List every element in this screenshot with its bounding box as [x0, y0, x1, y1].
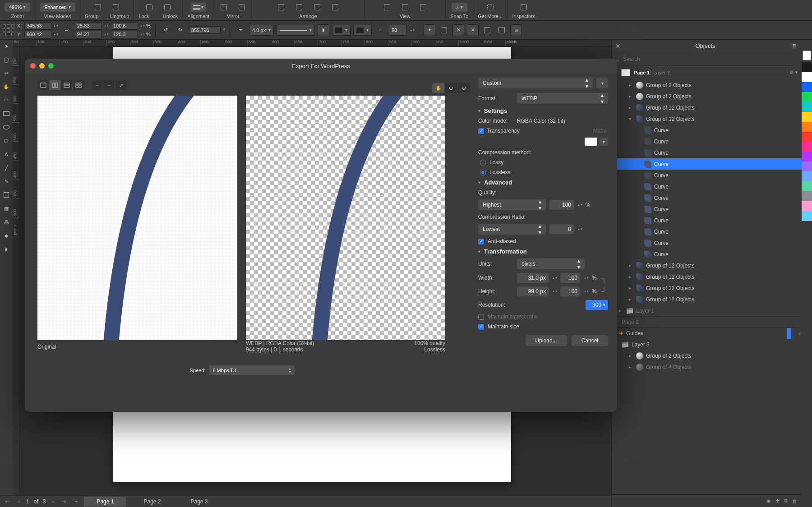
eyedropper-tool[interactable]: ⁂	[2, 217, 11, 226]
panel-gear-icon[interactable]: ⚙ ▾	[789, 69, 798, 75]
tree-row[interactable]: ▸Group of 2 Objects	[612, 350, 802, 361]
color-swatch[interactable]	[802, 122, 812, 132]
antialias-checkbox[interactable]	[478, 239, 484, 244]
stroke-color-dropdown[interactable]: ▾	[332, 25, 351, 36]
zoom-fit-button[interactable]: ⤢	[115, 80, 127, 90]
close-panel-button[interactable]: ✕	[612, 42, 624, 50]
tab-page-3[interactable]: Page 3	[178, 497, 221, 507]
anchor-grid[interactable]	[3, 24, 14, 36]
layout-1up-button[interactable]	[37, 80, 49, 90]
view-3-icon[interactable]	[418, 3, 428, 11]
color-swatch[interactable]	[802, 191, 812, 201]
crop-tool[interactable]: ✂	[2, 69, 11, 78]
view-2-icon[interactable]	[400, 3, 410, 11]
pen-tool[interactable]: ✎	[2, 177, 11, 186]
tree-row[interactable]: Curve	[612, 147, 802, 158]
arrange-front-icon[interactable]	[276, 3, 286, 11]
prev-page-button[interactable]: ‹	[16, 498, 22, 505]
lens-icon[interactable]: ⌕	[798, 330, 802, 336]
lossy-radio[interactable]	[480, 160, 486, 166]
color-swatch[interactable]	[802, 72, 812, 82]
aspect-ratio-checkbox[interactable]	[478, 314, 484, 320]
arrange-forward-icon[interactable]	[294, 3, 304, 11]
move-tool[interactable]: ➤	[2, 41, 11, 51]
color-swatch[interactable]	[802, 82, 812, 92]
tree-row[interactable]: Curve	[612, 181, 802, 192]
visibility-icon[interactable]: ◉	[766, 498, 771, 504]
width-pct-stepper[interactable]: ▲▼	[584, 277, 588, 279]
arrange-back-icon[interactable]	[330, 3, 340, 11]
fx-2-button[interactable]	[438, 24, 450, 36]
fill-tool[interactable]: ◆	[2, 231, 11, 240]
tree-row[interactable]: ▸Group of 12 Objects	[612, 102, 802, 113]
fx-7-button[interactable]: ⎚	[510, 24, 522, 36]
preset-menu-button[interactable]: ▾	[596, 78, 608, 88]
upload-button[interactable]: Upload...	[526, 335, 567, 346]
tree-row[interactable]: ▸Group of 12 Objects	[612, 271, 802, 282]
format-dropdown[interactable]: WEBP▴▾	[517, 93, 608, 104]
ratio-dropdown[interactable]: Lowest▴▾	[478, 224, 546, 235]
tab-page-1[interactable]: Page 1	[84, 497, 126, 507]
quality-stepper[interactable]: ▲▼	[577, 203, 582, 206]
lock-icon[interactable]	[144, 3, 154, 11]
preview-original-image[interactable]	[37, 96, 237, 340]
add-layer-icon[interactable]: ✚	[775, 498, 780, 504]
tree-row[interactable]: ▾Group of 12 Objects	[612, 113, 802, 124]
unlock-icon[interactable]	[162, 3, 172, 11]
rotate-ccw-icon[interactable]: ↺	[160, 24, 172, 36]
rotate-cw-icon[interactable]: ↻	[175, 24, 186, 36]
tree-row[interactable]: Curve	[612, 215, 802, 226]
hand-tool[interactable]: ✋	[2, 82, 11, 91]
color-swatch[interactable]	[802, 152, 812, 161]
tree-row[interactable]: ▸Group of 4 Objects	[612, 361, 802, 373]
color-swatch[interactable]	[802, 142, 812, 152]
tree-row[interactable]: ▸Group of 2 Objects	[612, 79, 802, 91]
panel-menu-button[interactable]: ≣	[786, 43, 802, 49]
arrange-backward-icon[interactable]	[312, 3, 322, 11]
polygon-tool[interactable]: ⬡	[2, 136, 11, 145]
tree-row[interactable]: ▸Group of 12 Objects	[612, 282, 802, 294]
w-stepper[interactable]: ▲▼	[104, 24, 108, 27]
color-swatch[interactable]	[802, 201, 812, 211]
hand-tool-button[interactable]: ✋	[432, 83, 445, 93]
color-swatch[interactable]	[802, 112, 812, 122]
fx-1-button[interactable]: ✦	[424, 24, 435, 36]
getmore-icon[interactable]	[485, 3, 495, 11]
sx-input[interactable]: 100.8	[111, 22, 138, 30]
stroke-width-dropdown[interactable]: 4.0 px▾	[249, 25, 274, 36]
alignment-dropdown[interactable]: ▾	[190, 3, 206, 12]
y-stepper[interactable]: ▲▼	[53, 33, 58, 36]
layout-2h-button[interactable]	[61, 80, 73, 90]
preview-zoom-out-button[interactable]: ⊖	[457, 83, 470, 93]
last-page-button[interactable]: ⇥	[60, 498, 68, 505]
fx-4-button[interactable]: ✕	[467, 24, 479, 36]
zoom-in-button[interactable]: ＋	[103, 80, 115, 90]
tab-page-2[interactable]: Page 2	[131, 497, 173, 507]
height-px-input[interactable]: 99.0 px	[517, 286, 549, 296]
tree-row[interactable]: Curve	[612, 237, 802, 249]
opacity-input[interactable]: 50	[389, 25, 407, 36]
fill-color-dropdown[interactable]: ▾	[353, 25, 372, 36]
color-swatch[interactable]	[802, 211, 812, 221]
transparency-checkbox[interactable]	[478, 128, 484, 134]
tree-row[interactable]: Curve	[612, 124, 802, 136]
next-page-button[interactable]: ›	[50, 498, 55, 505]
trash-icon[interactable]: 🗑	[792, 498, 797, 504]
color-swatch[interactable]	[802, 132, 812, 142]
sy-input[interactable]: 120.3	[111, 31, 138, 38]
group-icon[interactable]	[93, 3, 103, 11]
tree-row[interactable]: ▸Group of 12 Objects	[612, 260, 802, 271]
h-input[interactable]: 94.27	[75, 31, 102, 38]
fx-3-button[interactable]: ✕	[452, 24, 464, 36]
matte-menu-button[interactable]: ▾	[599, 138, 608, 146]
color-swatch[interactable]	[802, 181, 812, 191]
zoom-out-button[interactable]: －	[92, 80, 103, 90]
page-active-label[interactable]: Page 1	[634, 70, 650, 75]
layout-4up-button[interactable]	[73, 80, 84, 90]
node-tool[interactable]: ◠	[2, 96, 11, 105]
preview-export-image[interactable]	[246, 96, 445, 340]
h-stepper[interactable]: ▲▼	[104, 33, 108, 36]
modal-titlebar[interactable]: Export For WordPress	[25, 59, 617, 73]
sx-stepper[interactable]: ▲▼	[140, 24, 144, 27]
maintain-size-checkbox[interactable]	[478, 324, 484, 330]
